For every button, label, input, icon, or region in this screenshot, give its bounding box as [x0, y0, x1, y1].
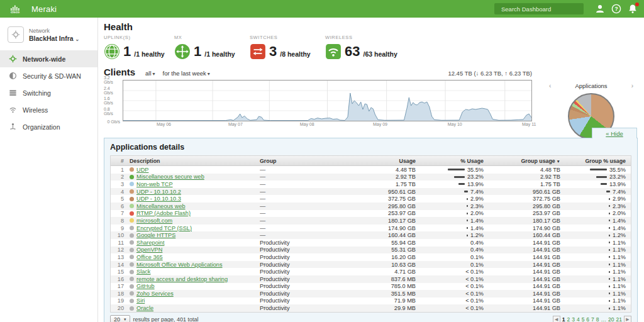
- app-link[interactable]: Zoho Services: [136, 291, 174, 297]
- row-group-pct-usage: 23.2%: [560, 174, 631, 180]
- row-usage: 351.5 MB: [353, 291, 416, 297]
- app-link[interactable]: Microsoft Office Web Applications: [136, 262, 223, 268]
- row-group-pct-usage: 1.1%: [560, 240, 631, 246]
- column-header-group[interactable]: Group: [260, 158, 353, 164]
- stat-count: 3: [269, 44, 277, 59]
- pie-next-arrow-icon[interactable]: ›: [630, 82, 635, 89]
- row-group-usage: 144.91 GB: [484, 247, 560, 253]
- usage-bar: [609, 264, 610, 265]
- clients-scope-dropdown[interactable]: all: [145, 70, 155, 77]
- sidebar-item-organization[interactable]: Organization: [0, 118, 97, 135]
- sidebar-item-wireless[interactable]: Wireless: [0, 101, 97, 118]
- search-input[interactable]: [501, 6, 584, 13]
- pagination-page-4[interactable]: 4: [577, 316, 580, 322]
- sidebar-item-switching[interactable]: Switching: [0, 84, 97, 101]
- pagination-next-button[interactable]: ▶: [624, 316, 631, 322]
- app-link[interactable]: remote access and desktop sharing: [136, 276, 228, 282]
- row-rank: 1: [111, 167, 127, 173]
- clients-period-dropdown[interactable]: for the last week: [163, 70, 210, 77]
- row-pct-usage: 1.4%: [416, 225, 484, 231]
- health-stat-uplinks[interactable]: UPLINK(S) 1 /1 healthy: [104, 35, 174, 60]
- app-link[interactable]: GitHub: [136, 283, 155, 289]
- row-usage: 295.80 GB: [353, 203, 416, 209]
- column-header-usage[interactable]: % Usage: [416, 158, 484, 164]
- table-header: #DescriptionGroupUsage% UsageGroup usage…: [111, 156, 631, 166]
- health-stat-switches[interactable]: SWITCHES 3 /8 healthy: [250, 35, 325, 60]
- column-header-usage[interactable]: Usage: [353, 158, 416, 164]
- health-stat-mx[interactable]: MX 1 /1 healthy: [174, 35, 250, 60]
- traffic-chart: 0 Gb/s0.8 Gb/s1.6 Gb/s2.4 Gb/s3.2 Gb/s: [104, 80, 532, 121]
- app-link[interactable]: OpenVPN: [136, 247, 162, 253]
- sidebar-item-network-wide[interactable]: Network-wide: [0, 50, 97, 67]
- help-icon[interactable]: ?: [611, 4, 621, 14]
- column-header-description[interactable]: Description: [127, 158, 260, 164]
- applications-table: #DescriptionGroupUsage% UsageGroup usage…: [110, 155, 631, 313]
- app-link[interactable]: Slack: [136, 269, 150, 275]
- y-tick-label: 3.2 Gb/s: [104, 75, 120, 84]
- column-header-rank[interactable]: #: [111, 158, 127, 164]
- row-group: Productivity: [260, 305, 353, 311]
- app-color-dot: [130, 255, 134, 259]
- network-selector[interactable]: Network BlackHat Infra ⌄: [0, 18, 97, 50]
- row-pct-usage: < 0.1%: [416, 283, 484, 289]
- usage-bar: [467, 235, 468, 236]
- row-rank: 19: [111, 297, 127, 304]
- column-header-groupusage[interactable]: Group usage ▼: [484, 158, 560, 164]
- hide-tab[interactable]: « Hide: [592, 128, 637, 138]
- row-group: —: [260, 196, 353, 202]
- row-group: —: [260, 203, 353, 209]
- app-color-dot: [130, 306, 134, 311]
- pagination-page-5[interactable]: 5: [582, 316, 585, 322]
- search-box[interactable]: [494, 3, 584, 14]
- stat-label: SWITCHES: [250, 35, 325, 40]
- account-icon[interactable]: [595, 4, 605, 14]
- column-header-groupusage[interactable]: Group % usage: [560, 158, 631, 164]
- app-color-dot: [130, 240, 134, 245]
- row-pct-usage: < 0.1%: [416, 269, 484, 275]
- app-link[interactable]: UDP: [136, 167, 148, 173]
- app-link[interactable]: Siri: [136, 297, 145, 304]
- traffic-chart-plot[interactable]: [123, 80, 532, 121]
- app-link[interactable]: Sharepoint: [136, 240, 164, 246]
- app-link[interactable]: Miscellaneous web: [136, 203, 186, 209]
- row-pct-usage: 0.1%: [416, 262, 484, 268]
- app-link[interactable]: Encrypted TCP (SSL): [136, 225, 192, 231]
- pagination-page-2[interactable]: 2: [567, 316, 570, 322]
- sidebar-item-security-sdwan[interactable]: Security & SD-WAN: [0, 67, 97, 84]
- pagination-prev-button[interactable]: ◀: [553, 316, 560, 322]
- app-link[interactable]: Miscellaneous secure web: [136, 174, 204, 180]
- x-tick-label: May 06: [157, 122, 171, 126]
- app-link[interactable]: Google HTTPS: [136, 232, 175, 238]
- row-usage: 55.31 GB: [353, 247, 416, 253]
- pagination-page-3[interactable]: 3: [572, 316, 575, 322]
- row-group-pct-usage: 1.1%: [560, 254, 631, 260]
- pie-prev-arrow-icon[interactable]: ‹: [547, 82, 553, 89]
- app-link[interactable]: Office 365: [136, 254, 163, 260]
- row-rank: 14: [111, 262, 127, 268]
- pagination-page-1[interactable]: 1: [562, 316, 565, 322]
- app-color-dot: [130, 175, 134, 179]
- usage-bar: [596, 176, 607, 178]
- notifications-bell-icon[interactable]: [628, 4, 638, 14]
- per-page-select[interactable]: 20▾: [110, 315, 130, 322]
- brand[interactable]: cisco Meraki: [0, 4, 57, 14]
- app-link[interactable]: Non-web TCP: [136, 181, 173, 187]
- app-link[interactable]: Oracle: [136, 305, 153, 311]
- sidebar-item-label: Security & SD-WAN: [23, 72, 81, 80]
- health-stat-wireless[interactable]: WIRELESS 63 /63 healthy: [325, 35, 432, 60]
- pie-selector-label[interactable]: Applications: [575, 82, 607, 89]
- pagination-page-8[interactable]: 8: [596, 316, 599, 322]
- pagination-page-6[interactable]: 6: [586, 316, 589, 322]
- sidebar-item-label: Network-wide: [23, 55, 65, 63]
- app-link[interactable]: microsoft.com: [136, 218, 172, 224]
- app-link[interactable]: RTMP (Adobe Flash): [136, 210, 191, 216]
- row-group-usage: 144.91 GB: [484, 240, 560, 246]
- stat-count: 1: [123, 44, 131, 59]
- network-selector-value[interactable]: BlackHat Infra ⌄: [29, 35, 79, 42]
- pagination-page-20[interactable]: 20: [608, 316, 614, 322]
- app-link[interactable]: UDP - 10.10.10.3: [136, 196, 181, 202]
- pagination-page-21[interactable]: 21: [616, 316, 622, 322]
- app-color-dot: [130, 233, 134, 238]
- app-link[interactable]: UDP - 10.10.10.2: [136, 189, 181, 195]
- pagination-page-7[interactable]: 7: [591, 316, 594, 322]
